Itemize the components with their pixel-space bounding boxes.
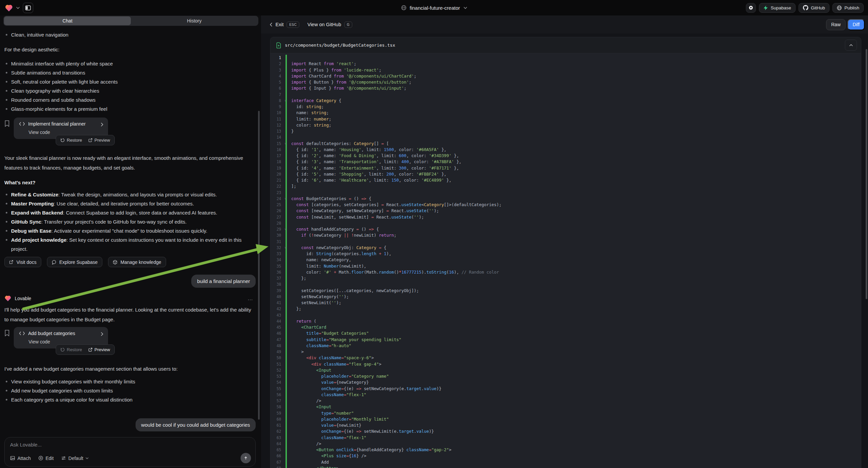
line-number[interactable]: 63 xyxy=(271,435,283,441)
preview-button[interactable]: Preview xyxy=(88,347,110,352)
exit-button[interactable]: Exit ESC xyxy=(270,22,299,28)
line-number[interactable]: 10 xyxy=(271,110,283,116)
line-number[interactable]: 50 xyxy=(271,355,283,361)
line-number[interactable]: 18 xyxy=(271,159,283,165)
line-number[interactable]: 16 xyxy=(271,147,283,153)
line-number[interactable]: 27 xyxy=(271,214,283,220)
line-number[interactable]: 62 xyxy=(271,429,283,434)
line-number[interactable]: 41 xyxy=(271,300,283,306)
github-button[interactable]: GitHub xyxy=(799,3,829,13)
fold-chevron-icon[interactable]: ∨ xyxy=(284,141,286,147)
line-number[interactable]: 48 xyxy=(271,343,283,349)
line-number[interactable]: 51 xyxy=(271,361,283,367)
line-number[interactable]: 47 xyxy=(271,337,283,343)
line-number[interactable]: 31 xyxy=(271,239,283,245)
fold-chevron-icon[interactable]: ∨ xyxy=(284,226,286,232)
line-number[interactable]: 26 xyxy=(271,208,283,214)
chat-message-list[interactable]: Clean, intuitive navigation For the desi… xyxy=(0,28,256,436)
code-scrollbar[interactable] xyxy=(866,49,867,299)
line-number[interactable]: 52 xyxy=(271,367,283,373)
line-number[interactable]: 9 xyxy=(271,104,283,110)
collapse-file-button[interactable] xyxy=(845,39,857,51)
line-number[interactable]: 59 xyxy=(271,410,283,416)
explore-supabase-button[interactable]: Explore Supabase xyxy=(47,257,102,267)
line-number[interactable]: 29∨ xyxy=(271,226,283,232)
visit-docs-button[interactable]: Visit docs xyxy=(4,257,41,267)
bookmark-icon[interactable] xyxy=(4,330,10,349)
chat-scrollbar[interactable] xyxy=(258,111,260,420)
line-number[interactable]: 34 xyxy=(271,257,283,263)
line-number[interactable]: 45 xyxy=(271,324,283,330)
code-editor[interactable]: 12import React from 'react';3import { Pl… xyxy=(271,53,861,468)
line-number[interactable]: 60 xyxy=(271,416,283,422)
line-number[interactable]: 68 xyxy=(271,465,283,468)
view-code-link[interactable]: View code xyxy=(29,339,103,345)
line-number[interactable]: 30 xyxy=(271,232,283,238)
project-selector[interactable]: financial-future-creator xyxy=(401,0,467,16)
mode-selector[interactable]: Default xyxy=(61,456,89,461)
line-number[interactable]: 11 xyxy=(271,116,283,122)
line-number[interactable]: 38 xyxy=(271,281,283,287)
line-number[interactable]: 54 xyxy=(271,379,283,385)
fold-chevron-icon[interactable]: ∨ xyxy=(284,196,286,202)
sidebar-toggle-button[interactable] xyxy=(23,3,33,13)
line-number[interactable]: 55 xyxy=(271,386,283,392)
tab-history[interactable]: History xyxy=(131,17,258,25)
line-number[interactable]: 17 xyxy=(271,153,283,159)
line-number[interactable]: 25 xyxy=(271,202,283,208)
line-number[interactable]: 7 xyxy=(271,92,283,98)
line-number[interactable]: 64 xyxy=(271,441,283,447)
line-number[interactable]: 56 xyxy=(271,392,283,398)
restore-button[interactable]: Restore xyxy=(60,347,82,352)
view-on-github-button[interactable]: View on GitHub G xyxy=(307,22,352,28)
line-number[interactable]: 3 xyxy=(271,67,283,73)
line-number[interactable]: 14 xyxy=(271,134,283,140)
supabase-button[interactable]: Supabase xyxy=(759,3,796,13)
file-header[interactable]: src/components/budget/BudgetCategories.t… xyxy=(271,37,861,53)
edit-mode-button[interactable]: Edit xyxy=(38,456,54,461)
line-number[interactable]: 13 xyxy=(271,128,283,134)
line-number[interactable]: 1 xyxy=(271,55,283,61)
line-number[interactable]: 46 xyxy=(271,330,283,337)
line-number[interactable]: 5 xyxy=(271,79,283,85)
settings-button[interactable] xyxy=(746,3,756,13)
line-number[interactable]: 2 xyxy=(271,61,283,67)
line-number[interactable]: 67 xyxy=(271,459,283,465)
tab-chat[interactable]: Chat xyxy=(4,17,131,25)
implement-financial-planner-card[interactable]: Implement financial planner View code Re… xyxy=(14,117,108,139)
line-number[interactable]: 42 xyxy=(271,306,283,312)
manage-knowledge-button[interactable]: Manage knowledge xyxy=(108,257,166,267)
publish-button[interactable]: Publish xyxy=(832,3,864,13)
line-number[interactable]: 66 xyxy=(271,453,283,459)
view-code-link[interactable]: View code xyxy=(29,129,103,135)
line-number[interactable]: 6 xyxy=(271,85,283,91)
line-number[interactable]: 4 xyxy=(271,73,283,79)
line-number[interactable]: 22 xyxy=(271,183,283,189)
line-number[interactable]: 24∨ xyxy=(271,196,283,202)
diff-toggle-button[interactable]: Diff xyxy=(847,19,865,30)
line-number[interactable]: 43 xyxy=(271,312,283,318)
message-menu-button[interactable]: ... xyxy=(248,295,253,301)
line-number[interactable]: 58 xyxy=(271,404,283,410)
line-number[interactable]: 40 xyxy=(271,294,283,300)
line-number[interactable]: 37 xyxy=(271,275,283,281)
add-budget-categories-card[interactable]: Add budget categories View code Restore … xyxy=(14,327,108,349)
line-number[interactable]: 57 xyxy=(271,398,283,404)
line-number[interactable]: 19 xyxy=(271,165,283,171)
line-number[interactable]: 53 xyxy=(271,373,283,379)
line-number[interactable]: 21 xyxy=(271,177,283,183)
line-number[interactable]: 28 xyxy=(271,220,283,226)
preview-button[interactable]: Preview xyxy=(88,138,110,143)
line-number[interactable]: 36 xyxy=(271,269,283,275)
fold-chevron-icon[interactable]: ∨ xyxy=(284,98,286,104)
bookmark-icon[interactable] xyxy=(4,120,10,139)
line-number[interactable]: 15∨ xyxy=(271,141,283,147)
restore-button[interactable]: Restore xyxy=(60,138,82,143)
fold-chevron-icon[interactable]: ∨ xyxy=(284,245,286,251)
line-number[interactable]: 8∨ xyxy=(271,98,283,104)
lovable-logo-heart-icon[interactable] xyxy=(5,4,13,12)
line-number[interactable]: 65 xyxy=(271,447,283,453)
line-number[interactable]: 33 xyxy=(271,251,283,257)
line-number[interactable]: 35 xyxy=(271,263,283,269)
line-number[interactable]: 23 xyxy=(271,190,283,196)
